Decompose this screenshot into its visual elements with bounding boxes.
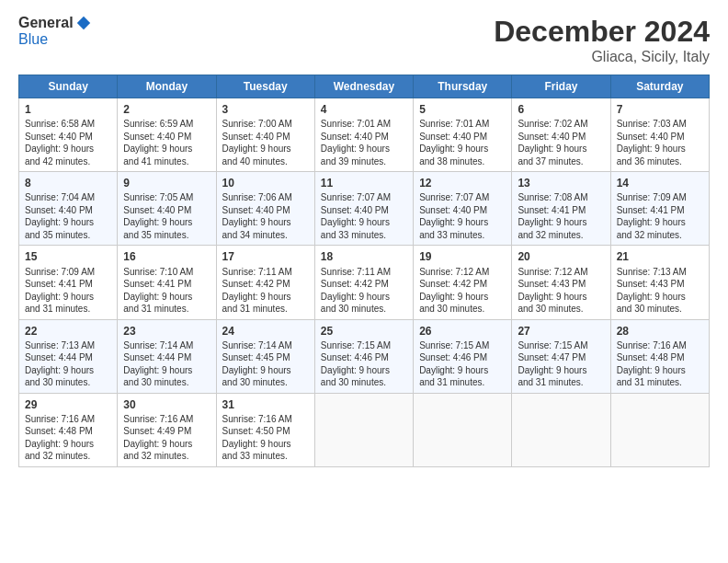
- calendar-cell: 24Sunrise: 7:14 AMSunset: 4:45 PMDayligh…: [216, 319, 314, 393]
- sunset-line: Sunset: 4:41 PM: [518, 205, 586, 215]
- day-number: 3: [222, 102, 309, 117]
- daylight-line: Daylight: 9 hours and 32 minutes.: [25, 439, 94, 462]
- day-number: 5: [419, 102, 506, 117]
- calendar-cell: 5Sunrise: 7:01 AMSunset: 4:40 PMDaylight…: [414, 98, 512, 172]
- sunrise-line: Sunrise: 7:01 AM: [321, 119, 391, 129]
- sunset-line: Sunset: 4:43 PM: [518, 279, 586, 289]
- calendar-cell: 23Sunrise: 7:14 AMSunset: 4:44 PMDayligh…: [118, 319, 216, 393]
- sunset-line: Sunset: 4:45 PM: [222, 352, 290, 362]
- sunset-line: Sunset: 4:40 PM: [123, 132, 191, 142]
- calendar-cell: [610, 393, 709, 466]
- calendar-cell: 13Sunrise: 7:08 AMSunset: 4:41 PMDayligh…: [512, 172, 610, 246]
- sunrise-line: Sunrise: 7:16 AM: [222, 414, 292, 424]
- daylight-line: Daylight: 9 hours and 30 minutes.: [321, 365, 390, 388]
- day-number: 29: [25, 397, 111, 412]
- calendar-cell: 21Sunrise: 7:13 AMSunset: 4:43 PMDayligh…: [610, 246, 709, 319]
- sunset-line: Sunset: 4:40 PM: [419, 205, 487, 215]
- sunrise-line: Sunrise: 7:09 AM: [25, 267, 95, 277]
- logo-blue-text: Blue: [18, 31, 48, 48]
- calendar-cell: 25Sunrise: 7:15 AMSunset: 4:46 PMDayligh…: [314, 319, 413, 393]
- sunset-line: Sunset: 4:40 PM: [222, 132, 290, 142]
- calendar-cell: 14Sunrise: 7:09 AMSunset: 4:41 PMDayligh…: [610, 172, 709, 246]
- day-number: 11: [321, 176, 407, 190]
- daylight-line: Daylight: 9 hours and 41 minutes.: [123, 144, 192, 167]
- col-header-friday: Friday: [512, 75, 610, 98]
- sunset-line: Sunset: 4:48 PM: [25, 426, 93, 436]
- sunrise-line: Sunrise: 7:16 AM: [25, 414, 95, 424]
- calendar-cell: 30Sunrise: 7:16 AMSunset: 4:49 PMDayligh…: [118, 393, 216, 466]
- daylight-line: Daylight: 9 hours and 31 minutes.: [518, 365, 586, 388]
- calendar-week-4: 22Sunrise: 7:13 AMSunset: 4:44 PMDayligh…: [19, 319, 710, 393]
- calendar-week-3: 15Sunrise: 7:09 AMSunset: 4:41 PMDayligh…: [19, 246, 710, 319]
- sunset-line: Sunset: 4:40 PM: [222, 205, 290, 215]
- day-number: 6: [518, 102, 604, 117]
- sunrise-line: Sunrise: 7:03 AM: [617, 119, 687, 129]
- daylight-line: Daylight: 9 hours and 30 minutes.: [321, 292, 390, 315]
- sunrise-line: Sunrise: 6:59 AM: [123, 119, 193, 129]
- daylight-line: Daylight: 9 hours and 32 minutes.: [617, 217, 686, 240]
- daylight-line: Daylight: 9 hours and 38 minutes.: [419, 144, 488, 167]
- calendar-cell: 9Sunrise: 7:05 AMSunset: 4:40 PMDaylight…: [118, 172, 216, 246]
- day-number: 8: [25, 176, 111, 190]
- calendar-cell: 10Sunrise: 7:06 AMSunset: 4:40 PMDayligh…: [216, 172, 314, 246]
- calendar-week-2: 8Sunrise: 7:04 AMSunset: 4:40 PMDaylight…: [19, 172, 710, 246]
- calendar-cell: 8Sunrise: 7:04 AMSunset: 4:40 PMDaylight…: [19, 172, 118, 246]
- calendar-cell: 1Sunrise: 6:58 AMSunset: 4:40 PMDaylight…: [19, 98, 118, 172]
- logo: General Blue: [18, 15, 92, 48]
- day-number: 23: [123, 324, 210, 339]
- calendar-cell: 12Sunrise: 7:07 AMSunset: 4:40 PMDayligh…: [414, 172, 512, 246]
- sunset-line: Sunset: 4:40 PM: [617, 132, 685, 142]
- daylight-line: Daylight: 9 hours and 30 minutes.: [419, 292, 488, 315]
- logo-icon: [75, 15, 92, 31]
- calendar-cell: 22Sunrise: 7:13 AMSunset: 4:44 PMDayligh…: [19, 319, 118, 393]
- page: General Blue December 2024 Gliaca, Sicil…: [0, 0, 728, 563]
- sunrise-line: Sunrise: 7:11 AM: [321, 267, 391, 277]
- daylight-line: Daylight: 9 hours and 32 minutes.: [123, 439, 192, 462]
- calendar-cell: 31Sunrise: 7:16 AMSunset: 4:50 PMDayligh…: [216, 393, 314, 466]
- sunrise-line: Sunrise: 7:02 AM: [518, 119, 587, 129]
- day-number: 4: [321, 102, 407, 117]
- calendar-cell: 18Sunrise: 7:11 AMSunset: 4:42 PMDayligh…: [314, 246, 413, 319]
- sunset-line: Sunset: 4:41 PM: [25, 279, 93, 289]
- sunset-line: Sunset: 4:40 PM: [321, 205, 389, 215]
- daylight-line: Daylight: 9 hours and 30 minutes.: [518, 292, 586, 315]
- sunrise-line: Sunrise: 7:14 AM: [123, 340, 193, 350]
- day-number: 24: [222, 324, 309, 339]
- sunset-line: Sunset: 4:42 PM: [321, 279, 389, 289]
- sunrise-line: Sunrise: 6:58 AM: [25, 119, 95, 129]
- daylight-line: Daylight: 9 hours and 31 minutes.: [222, 292, 291, 315]
- sunrise-line: Sunrise: 7:15 AM: [321, 340, 391, 350]
- daylight-line: Daylight: 9 hours and 42 minutes.: [25, 144, 94, 167]
- day-number: 30: [123, 397, 210, 412]
- sunset-line: Sunset: 4:42 PM: [222, 279, 290, 289]
- sunset-line: Sunset: 4:49 PM: [123, 426, 191, 436]
- calendar-cell: [314, 393, 413, 466]
- day-number: 17: [222, 249, 309, 264]
- calendar-cell: 27Sunrise: 7:15 AMSunset: 4:47 PMDayligh…: [512, 319, 610, 393]
- col-header-sunday: Sunday: [19, 75, 118, 98]
- calendar-cell: 2Sunrise: 6:59 AMSunset: 4:40 PMDaylight…: [118, 98, 216, 172]
- daylight-line: Daylight: 9 hours and 37 minutes.: [518, 144, 586, 167]
- sunset-line: Sunset: 4:48 PM: [617, 352, 685, 362]
- col-header-monday: Monday: [118, 75, 216, 98]
- calendar-header-row: SundayMondayTuesdayWednesdayThursdayFrid…: [19, 75, 710, 98]
- calendar-cell: 3Sunrise: 7:00 AMSunset: 4:40 PMDaylight…: [216, 98, 314, 172]
- day-number: 20: [518, 249, 604, 264]
- calendar-cell: 26Sunrise: 7:15 AMSunset: 4:46 PMDayligh…: [414, 319, 512, 393]
- col-header-wednesday: Wednesday: [314, 75, 413, 98]
- daylight-line: Daylight: 9 hours and 31 minutes.: [25, 292, 94, 315]
- day-number: 7: [617, 102, 703, 117]
- sunset-line: Sunset: 4:40 PM: [25, 205, 93, 215]
- col-header-thursday: Thursday: [414, 75, 512, 98]
- day-number: 12: [419, 176, 506, 190]
- sunrise-line: Sunrise: 7:07 AM: [419, 192, 489, 202]
- sunrise-line: Sunrise: 7:10 AM: [123, 267, 193, 277]
- sunset-line: Sunset: 4:47 PM: [518, 352, 586, 362]
- sunset-line: Sunset: 4:41 PM: [617, 205, 685, 215]
- day-number: 25: [321, 324, 407, 339]
- calendar-cell: 11Sunrise: 7:07 AMSunset: 4:40 PMDayligh…: [314, 172, 413, 246]
- sunset-line: Sunset: 4:40 PM: [25, 132, 93, 142]
- day-number: 28: [617, 324, 703, 339]
- sunrise-line: Sunrise: 7:04 AM: [25, 192, 95, 202]
- sunrise-line: Sunrise: 7:12 AM: [419, 267, 489, 277]
